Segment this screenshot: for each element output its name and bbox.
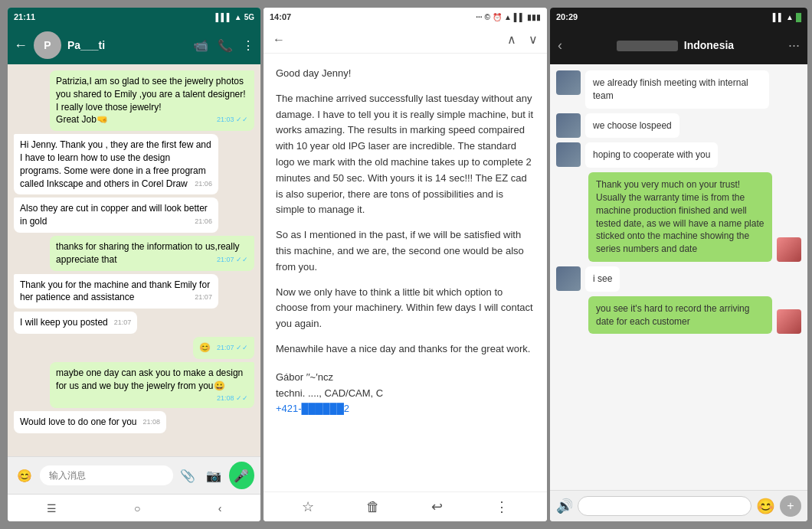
status-time-1: 21:11 [14,12,215,21]
nav-home-icon[interactable]: ○ [134,502,140,514]
own-avatar-1 [777,237,801,262]
status-bar-2: 14:07 ··· © ⏰ ▲ ▌▌ ▮▮▮ [264,8,547,26]
status-time-3: 20:29 [556,12,773,21]
sender-avatar-1 [556,70,581,95]
status-icons-1: ▌▌▌ ▲ 5G [215,13,254,21]
status-bar-1: 21:11 ▌▌▌ ▲ 5G [8,8,260,26]
message-text-3-4: i see [585,266,620,292]
message-time: 21:06 [195,217,212,227]
back-button[interactable]: ← [14,38,28,54]
message-time: 21:03 ✓✓ [217,115,248,125]
status-icons-3: ▌▌ ▲ █ [773,13,801,21]
network-icon: 5G [244,13,254,21]
more-button-3[interactable]: ··· [788,38,800,54]
wechat-panel: 20:29 ▌▌ ▲ █ ‹ Indonesia ··· we already … [550,8,807,521]
attach-button[interactable]: 📎 [178,464,199,487]
nav-back-icon[interactable]: ‹ [218,502,222,514]
signal-3: ▌▌ [773,13,784,21]
email-signature: Gábor ′′~′ncz techni. ...., CAD/CAM, C +… [276,370,535,417]
phone-icon[interactable]: 📞 [218,38,233,53]
email-paragraph-4: Menawhile have a nice day and thanks for… [276,341,535,358]
more-options-icon[interactable]: ⋮ [242,38,254,53]
message-3-received-2: we choose lospeed [556,113,801,139]
chat-input-bar: 😊 📎 📷 🎤 [8,456,260,494]
mic-button[interactable]: 🎤 [229,462,254,489]
contact-name-visible: Indonesia [684,39,734,51]
star-button[interactable]: ☆ [302,498,314,515]
nav-menu-icon[interactable]: ☰ [47,502,57,514]
battery-icon: ▮▮▮ [527,13,541,21]
dots-icon: ··· [476,13,482,21]
sender-avatar-4 [556,266,581,291]
reply-button[interactable]: ↩ [431,498,443,515]
sender-avatar-2 [556,113,581,138]
message-sent-4: maybe one day can ask you to make a desi… [50,362,254,408]
wifi-icon: ▲ [234,13,242,21]
signature-line2: techni. ...., CAD/CAM, C [276,386,535,402]
message-text: Would love to do one for you [20,416,137,427]
more-button[interactable]: ⋮ [495,498,509,515]
message-input-3[interactable] [578,496,751,516]
message-received-5: Would love to do one for you 21:08 [14,411,166,433]
chat-messages: Patrizia,I am so glad to see the jewelry… [8,64,260,456]
chat-header-3: ‹ Indonesia ··· [550,26,807,64]
delete-button[interactable]: 🗑 [366,499,380,515]
up-arrow-icon[interactable]: ∧ [507,32,516,47]
own-avatar-2 [777,309,801,334]
message-received-3: Thank you for the machine and thank Emil… [14,274,218,309]
video-call-icon[interactable]: 📹 [193,38,208,53]
wifi-3: ▲ [786,13,794,21]
contact-avatar: P [34,31,61,59]
header-action-icons: 📹 📞 ⋮ [193,38,254,53]
camera-button[interactable]: 📷 [203,464,224,487]
email-header: ← ∧ ∨ [264,26,547,54]
chat-input-bar-3: 🔊 😊 + [550,490,807,521]
message-text-3-2: we choose lospeed [585,113,679,139]
email-greeting: Good day Jenny! [276,66,535,82]
message-text: thanks for sharing the information to us… [56,241,239,265]
email-paragraph-1: The machine arrived successfully last tu… [276,91,535,218]
message-sent-2: thanks for sharing the information to us… [50,236,254,271]
message-3-sent-2: you see it's hard to record the arriving… [556,296,801,335]
message-sent-1: Patrizia,I am so glad to see the jewelry… [50,70,254,131]
signal-icon-2: © [485,13,490,21]
message-3-received-1: we already finish meeting with internal … [556,70,801,109]
status-bar-3: 20:29 ▌▌ ▲ █ [550,8,807,26]
email-back-button[interactable]: ← [273,33,285,47]
emoji-button[interactable]: 😊 [14,464,35,487]
message-sent-3: 😊 21:07 ✓✓ [193,337,254,359]
message-3-received-3: hoping to cooperate with you [556,142,801,168]
add-button-3[interactable]: + [780,495,801,517]
contact-name[interactable]: Pa___ti [67,39,187,51]
message-time: 21:07 [114,318,132,328]
message-input[interactable] [40,465,173,485]
message-text: maybe one day can ask you to make a desi… [56,367,243,391]
phone-link[interactable]: +421-██████2 [276,403,349,414]
battery-3: █ [796,13,801,21]
down-arrow-icon[interactable]: ∨ [529,32,538,47]
email-nav-icons: ∧ ∨ [507,32,538,47]
contact-name-blurred [617,41,678,51]
email-panel: 14:07 ··· © ⏰ ▲ ▌▌ ▮▮▮ ← ∧ ∨ Good day Je… [264,8,547,521]
signature-phone: +421-██████2 [276,401,535,417]
chat-title-3: Indonesia [568,39,782,51]
message-text-3-sent-1: Thank you very much on your trust!Usuall… [588,172,772,262]
email-toolbar: ☆ 🗑 ↩ ⋮ [264,491,547,521]
bottom-navigation: ☰ ○ ‹ [8,494,260,521]
message-text-3-1: we already finish meeting with internal … [585,70,769,109]
message-text: I will keep you posted [20,317,108,328]
whatsapp-panel: 21:11 ▌▌▌ ▲ 5G ← P Pa___ti 📹 📞 ⋮ Patrizi… [8,8,260,521]
emoji-button-3[interactable]: 😊 [756,497,775,515]
message-text: Hi Jenny. Thank you , they are the first… [20,139,211,188]
message-text: 😊 [199,342,211,353]
network-icon-2: ▌▌ [514,13,525,21]
email-body: Good day Jenny! The machine arrived succ… [264,54,547,491]
alarm-icon: ⏰ [493,13,502,21]
message-received-2: Also they are cut in copper and will loo… [14,198,218,233]
voice-button-3[interactable]: 🔊 [556,498,573,514]
back-button-3[interactable]: ‹ [558,38,562,54]
message-time: 21:06 [195,179,212,189]
message-time: 21:07 [195,292,212,302]
status-icons-2: ··· © ⏰ ▲ ▌▌ ▮▮▮ [476,13,541,21]
message-received-4: I will keep you posted 21:07 [14,312,137,334]
